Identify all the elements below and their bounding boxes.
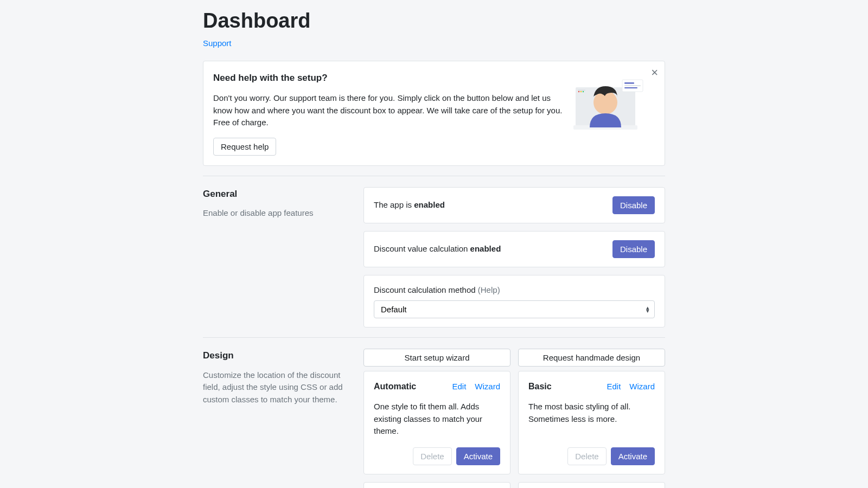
divider — [203, 337, 665, 338]
method-label: Discount calculation method — [374, 285, 478, 294]
app-disable-button[interactable]: Disable — [612, 196, 655, 214]
calc-disable-button[interactable]: Disable — [612, 240, 655, 258]
svg-point-5 — [583, 91, 584, 92]
calc-prefix: Discount value calculation — [374, 244, 470, 253]
method-select[interactable]: Default — [374, 300, 655, 318]
wizard-link[interactable]: Wizard — [629, 382, 655, 391]
svg-rect-8 — [624, 82, 634, 84]
delete-button: Delete — [413, 447, 451, 465]
svg-point-3 — [578, 91, 579, 92]
divider — [203, 176, 665, 176]
calc-value: enabled — [470, 244, 501, 253]
svg-point-4 — [580, 91, 582, 92]
svg-rect-9 — [624, 85, 641, 86]
activate-button[interactable]: Activate — [611, 447, 655, 465]
delete-button: Delete — [567, 447, 606, 465]
page-title: Dashboard — [203, 5, 665, 36]
request-design-button[interactable]: Request handmade design — [518, 349, 665, 367]
design-card-desc: The most basic styling of all. Sometimes… — [528, 401, 655, 438]
design-card-title: Automatic — [374, 380, 416, 393]
design-card-automatic: Automatic EditWizard One style to fit th… — [363, 371, 510, 474]
support-link[interactable]: Support — [203, 37, 232, 50]
close-icon[interactable]: × — [651, 67, 658, 79]
support-illustration — [573, 71, 644, 134]
section-general: General Enable or disable app features T… — [203, 187, 665, 328]
wizard-link[interactable]: Wizard — [475, 382, 500, 391]
edit-link[interactable]: Edit — [607, 382, 621, 391]
design-card-basic: Basic EditWizard The most basic styling … — [518, 371, 665, 474]
svg-rect-10 — [624, 87, 637, 88]
design-card-title: Basic — [528, 380, 552, 393]
calc-method-row: Discount calculation method (Help) Defau… — [363, 275, 665, 328]
help-banner-body: Don't you worry. Our support team is the… — [213, 92, 563, 129]
general-heading: General — [203, 187, 350, 201]
start-wizard-button[interactable]: Start setup wizard — [363, 349, 510, 367]
help-banner: Need help with the setup? Don't you worr… — [203, 61, 665, 166]
svg-rect-2 — [578, 89, 585, 91]
section-design: Design Customize the location of the dis… — [203, 349, 665, 488]
app-status-value: enabled — [414, 200, 445, 209]
design-card-partial — [518, 482, 665, 489]
design-subtext: Customize the location of the discount f… — [203, 369, 350, 406]
help-banner-title: Need help with the setup? — [213, 71, 563, 85]
design-heading: Design — [203, 349, 350, 363]
general-subtext: Enable or disable app features — [203, 207, 350, 220]
edit-link[interactable]: Edit — [452, 382, 466, 391]
app-status-prefix: The app is — [374, 200, 414, 209]
design-card-partial — [363, 482, 510, 489]
calc-status-row: Discount value calculation enabled Disab… — [363, 231, 665, 267]
activate-button[interactable]: Activate — [456, 447, 500, 465]
method-help-link[interactable]: (Help) — [478, 285, 500, 294]
design-card-desc: One style to fit them all. Adds existing… — [374, 401, 500, 438]
request-help-button[interactable]: Request help — [213, 138, 276, 156]
app-status-row: The app is enabled Disable — [363, 187, 665, 223]
